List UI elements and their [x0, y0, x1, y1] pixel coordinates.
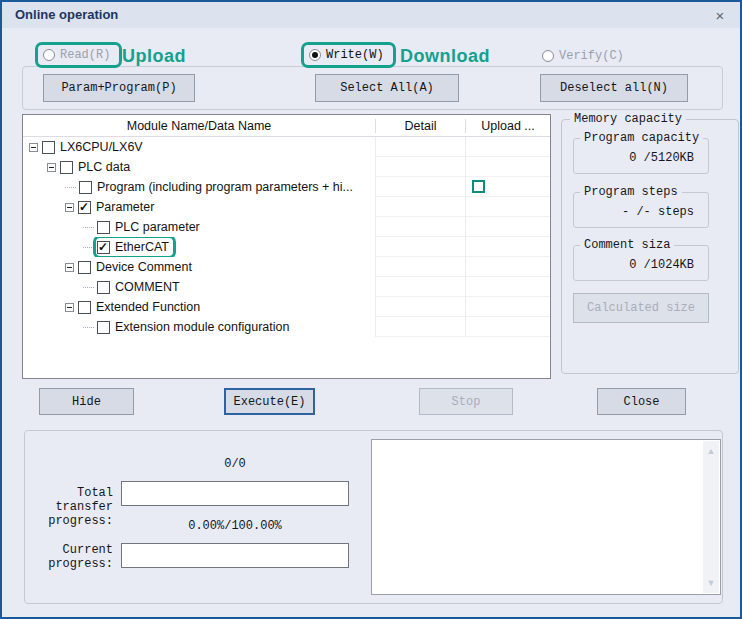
- column-header-module-name: Module Name/Data Name: [23, 119, 376, 133]
- close-button[interactable]: Close: [597, 388, 686, 415]
- read-radio-label[interactable]: Read(R): [60, 48, 110, 62]
- tree-checkbox[interactable]: [42, 141, 55, 154]
- comment-size-group: Comment siza 0 /1024KB: [573, 245, 709, 281]
- window-title: Online operation: [15, 7, 118, 22]
- detail-cell: [376, 217, 466, 237]
- tree-item-label: PLC parameter: [115, 220, 200, 234]
- upload-cell: [466, 237, 550, 257]
- read-radio-group[interactable]: Read(R): [35, 42, 122, 68]
- tree-row[interactable]: Extended Function: [23, 297, 550, 317]
- comment-size-value: 0 /1024KB: [629, 258, 694, 272]
- tree-item-label: EtherCAT: [115, 240, 169, 254]
- scrollbar[interactable]: ▲ ▼: [703, 441, 719, 593]
- tree-row[interactable]: LX6CPU/LX6V: [23, 137, 550, 157]
- tree-item-label: COMMENT: [115, 280, 180, 294]
- detail-cell: [376, 317, 466, 337]
- param-program-button[interactable]: Param+Program(P): [43, 74, 195, 102]
- tree-connector: [83, 227, 94, 228]
- write-radio-group[interactable]: Write(W): [301, 42, 396, 68]
- detail-cell: [376, 277, 466, 297]
- tree-row[interactable]: Extension module configuration: [23, 317, 550, 337]
- upload-cell: [466, 157, 550, 177]
- verify-radio-label[interactable]: Verify(C): [559, 49, 624, 63]
- column-header-upload: Upload ...: [466, 119, 550, 133]
- tree-item-label: Extended Function: [96, 300, 200, 314]
- hide-button[interactable]: Hide: [39, 388, 134, 415]
- tree-connector: [83, 287, 94, 288]
- deselect-all-button[interactable]: Deselect all(N): [540, 74, 688, 102]
- memory-capacity-panel: Memory capacity Program capacity 0 /5120…: [561, 119, 739, 374]
- tree-expander-icon[interactable]: [65, 203, 74, 212]
- module-tree-panel: Module Name/Data Name Detail Upload ... …: [22, 114, 551, 379]
- verify-radio[interactable]: [542, 50, 554, 62]
- program-steps-label: Program steps: [580, 185, 682, 199]
- progress-groupbox: 0/0 Total transfer progress: 0.00%/100.0…: [24, 430, 723, 604]
- write-radio-label[interactable]: Write(W): [326, 48, 384, 62]
- detail-cell: [376, 157, 466, 177]
- current-progress-value: 0.00%/100.00%: [121, 519, 349, 533]
- tree-checkbox[interactable]: [78, 261, 91, 274]
- tree-expander-icon[interactable]: [47, 163, 56, 172]
- write-radio[interactable]: [309, 49, 321, 61]
- tree-checkbox[interactable]: [79, 181, 92, 194]
- upload-cell: [466, 317, 550, 337]
- tree-checkbox[interactable]: [60, 161, 73, 174]
- verify-radio-group[interactable]: Verify(C): [542, 49, 624, 63]
- toolbar-groupbox: Param+Program(P) Select All(A) Deselect …: [22, 66, 723, 110]
- detail-cell: [376, 137, 466, 157]
- tree-row[interactable]: Device Comment: [23, 257, 550, 277]
- tree-expander-icon[interactable]: [65, 303, 74, 312]
- total-progress-bar: [121, 481, 349, 506]
- calculated-size-button[interactable]: Calculated size: [573, 293, 709, 323]
- tree-row[interactable]: COMMENT: [23, 277, 550, 297]
- upload-checkbox[interactable]: [472, 180, 485, 193]
- detail-cell: [376, 177, 466, 197]
- detail-cell: [376, 237, 466, 257]
- tree-row[interactable]: Parameter: [23, 197, 550, 217]
- tree-header: Module Name/Data Name Detail Upload ...: [23, 115, 550, 137]
- tree-connector: [83, 327, 94, 328]
- total-progress-value: 0/0: [121, 457, 349, 471]
- download-annotation: Download: [400, 46, 490, 67]
- online-operation-dialog: Online operation × Read(R) Upload Write(…: [0, 0, 742, 619]
- upload-cell: [466, 177, 550, 197]
- program-capacity-group: Program capacity 0 /5120KB: [573, 138, 709, 174]
- tree-checkbox[interactable]: [97, 321, 110, 334]
- upload-cell: [466, 137, 550, 157]
- program-steps-value: - /- steps: [622, 205, 694, 219]
- total-progress-label: Total transfer progress:: [25, 486, 113, 528]
- stop-button[interactable]: Stop: [419, 388, 513, 415]
- tree-checkbox[interactable]: [97, 281, 110, 294]
- tree-checkbox[interactable]: [78, 301, 91, 314]
- detail-cell: [376, 297, 466, 317]
- tree-checkbox[interactable]: [97, 221, 110, 234]
- program-capacity-value: 0 /5120KB: [629, 151, 694, 165]
- upload-cell: [466, 217, 550, 237]
- select-all-button[interactable]: Select All(A): [315, 74, 459, 102]
- scroll-down-icon[interactable]: ▼: [703, 575, 719, 591]
- upload-cell: [466, 297, 550, 317]
- tree-row[interactable]: Program (including program parameters + …: [23, 177, 550, 197]
- tree-row[interactable]: PLC parameter: [23, 217, 550, 237]
- memory-capacity-title: Memory capacity: [570, 112, 686, 126]
- scroll-up-icon[interactable]: ▲: [703, 443, 719, 459]
- tree-body: LX6CPU/LX6VPLC dataProgram (including pr…: [23, 137, 550, 337]
- upload-cell: [466, 257, 550, 277]
- execute-button[interactable]: Execute(E): [224, 388, 315, 415]
- title-bar: Online operation ×: [2, 2, 740, 28]
- tree-expander-icon[interactable]: [29, 143, 38, 152]
- close-icon[interactable]: ×: [710, 5, 730, 25]
- read-radio[interactable]: [43, 49, 55, 61]
- tree-item-label: LX6CPU/LX6V: [60, 140, 143, 154]
- tree-row[interactable]: EtherCAT: [23, 237, 550, 257]
- tree-item-label: Extension module configuration: [115, 320, 289, 334]
- program-steps-group: Program steps - /- steps: [573, 192, 709, 228]
- tree-item-label: PLC data: [78, 160, 130, 174]
- tree-expander-icon[interactable]: [65, 263, 74, 272]
- tree-checkbox[interactable]: [78, 201, 91, 214]
- tree-row[interactable]: PLC data: [23, 157, 550, 177]
- tree-connector: [65, 187, 76, 188]
- current-progress-label: Current progress:: [25, 543, 113, 571]
- tree-checkbox[interactable]: [97, 241, 110, 254]
- message-list-box: ▲ ▼: [371, 439, 721, 595]
